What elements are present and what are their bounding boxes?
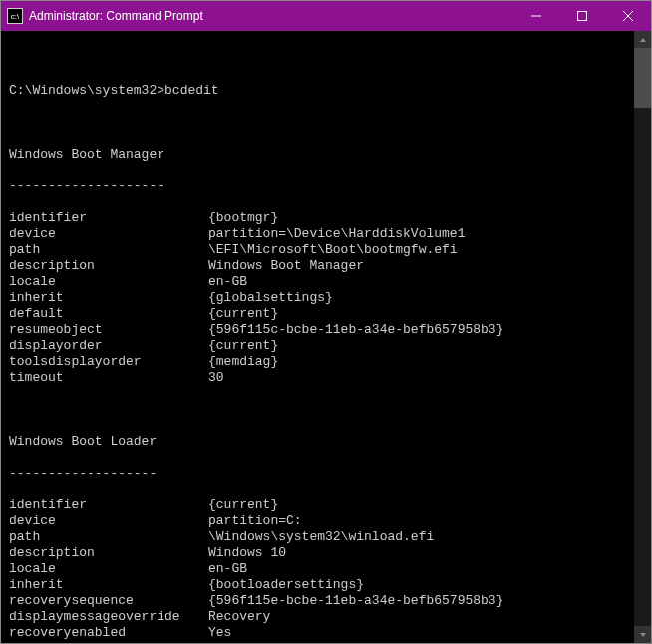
output-key: path bbox=[9, 242, 208, 258]
output-value: Yes bbox=[208, 641, 231, 643]
output-row: recoverysequence{596f115e-bcbe-11eb-a34e… bbox=[9, 593, 626, 609]
output-key: displayorder bbox=[9, 338, 208, 354]
section-title: Windows Boot Loader bbox=[9, 434, 626, 450]
output-value: {current} bbox=[208, 338, 278, 354]
output-value: {596f115c-bcbe-11eb-a34e-befb657958b3} bbox=[208, 322, 503, 338]
output-value: {globalsettings} bbox=[208, 290, 333, 306]
command-text: bcdedit bbox=[164, 83, 219, 99]
svg-rect-1 bbox=[578, 12, 587, 21]
prompt: C:\Windows\system32> bbox=[9, 83, 164, 99]
output-key: recoveryenabled bbox=[9, 625, 208, 641]
output-key: resumeobject bbox=[9, 322, 208, 338]
output-key: displaymessageoverride bbox=[9, 609, 208, 625]
output-row: recoveryenabledYes bbox=[9, 625, 626, 641]
blank-line bbox=[9, 51, 626, 67]
window-controls bbox=[513, 1, 651, 31]
output-row: localeen-GB bbox=[9, 561, 626, 577]
maximize-button[interactable] bbox=[559, 1, 605, 31]
output-key: default bbox=[9, 306, 208, 322]
output-value: {memdiag} bbox=[208, 354, 278, 370]
output-key: inherit bbox=[9, 290, 208, 306]
window-title: Administrator: Command Prompt bbox=[29, 9, 513, 23]
output-row: inherit{bootloadersettings} bbox=[9, 577, 626, 593]
output-row: descriptionWindows Boot Manager bbox=[9, 258, 626, 274]
titlebar[interactable]: c:\ Administrator: Command Prompt bbox=[1, 1, 651, 31]
output-row: timeout30 bbox=[9, 370, 626, 386]
output-key: inherit bbox=[9, 577, 208, 593]
output-value: partition=C: bbox=[208, 513, 302, 529]
output-row: localeen-GB bbox=[9, 274, 626, 290]
output-value: Windows 10 bbox=[208, 545, 286, 561]
output-value: {current} bbox=[208, 497, 278, 513]
scroll-up-button[interactable] bbox=[634, 31, 651, 48]
output-value: {bootloadersettings} bbox=[208, 577, 364, 593]
output-key: isolatedcontext bbox=[9, 641, 208, 643]
output-row: devicepartition=\Device\HarddiskVolume1 bbox=[9, 226, 626, 242]
output-row: descriptionWindows 10 bbox=[9, 545, 626, 561]
output-row: toolsdisplayorder{memdiag} bbox=[9, 354, 626, 370]
output-value: {current} bbox=[208, 306, 278, 322]
prompt-line: C:\Windows\system32>bcdedit bbox=[9, 83, 626, 99]
output-value: {596f115e-bcbe-11eb-a34e-befb657958b3} bbox=[208, 593, 503, 609]
output-row: identifier{bootmgr} bbox=[9, 210, 626, 226]
output-key: toolsdisplayorder bbox=[9, 354, 208, 370]
scroll-down-button[interactable] bbox=[634, 626, 651, 643]
terminal-output[interactable]: C:\Windows\system32>bcdedit Windows Boot… bbox=[1, 31, 634, 643]
output-value: {bootmgr} bbox=[208, 210, 278, 226]
output-key: description bbox=[9, 258, 208, 274]
output-row: identifier{current} bbox=[9, 497, 626, 513]
output-value: Recovery bbox=[208, 609, 270, 625]
output-key: recoverysequence bbox=[9, 593, 208, 609]
svg-marker-4 bbox=[640, 38, 646, 42]
section-title: Windows Boot Manager bbox=[9, 147, 626, 162]
minimize-button[interactable] bbox=[513, 1, 559, 31]
terminal-container: C:\Windows\system32>bcdedit Windows Boot… bbox=[1, 31, 651, 643]
cmd-icon: c:\ bbox=[7, 8, 23, 24]
output-row: displaymessageoverrideRecovery bbox=[9, 609, 626, 625]
blank-line bbox=[9, 402, 626, 418]
output-key: locale bbox=[9, 561, 208, 577]
output-row: isolatedcontextYes bbox=[9, 641, 626, 643]
output-value: en-GB bbox=[208, 274, 247, 290]
output-row: displayorder{current} bbox=[9, 338, 626, 354]
output-value: en-GB bbox=[208, 561, 247, 577]
output-row: devicepartition=C: bbox=[9, 513, 626, 529]
svg-marker-5 bbox=[640, 633, 646, 637]
blank-line bbox=[9, 115, 626, 131]
output-value: \EFI\Microsoft\Boot\bootmgfw.efi bbox=[208, 242, 458, 258]
output-key: description bbox=[9, 545, 208, 561]
output-row: path\EFI\Microsoft\Boot\bootmgfw.efi bbox=[9, 242, 626, 258]
output-value: \Windows\system32\winload.efi bbox=[208, 529, 434, 545]
output-value: Windows Boot Manager bbox=[208, 258, 364, 274]
section-separator: -------------------- bbox=[9, 178, 626, 194]
output-key: timeout bbox=[9, 370, 208, 386]
output-key: locale bbox=[9, 274, 208, 290]
output-value: 30 bbox=[208, 370, 224, 386]
output-value: partition=\Device\HarddiskVolume1 bbox=[208, 226, 465, 242]
output-row: resumeobject{596f115c-bcbe-11eb-a34e-bef… bbox=[9, 322, 626, 338]
scrollbar[interactable] bbox=[634, 31, 651, 643]
output-key: path bbox=[9, 529, 208, 545]
output-key: identifier bbox=[9, 210, 208, 226]
output-key: device bbox=[9, 226, 208, 242]
close-button[interactable] bbox=[605, 1, 651, 31]
output-value: Yes bbox=[208, 625, 231, 641]
scroll-thumb[interactable] bbox=[634, 48, 651, 108]
output-row: path\Windows\system32\winload.efi bbox=[9, 529, 626, 545]
section-separator: ------------------- bbox=[9, 466, 626, 482]
output-key: device bbox=[9, 513, 208, 529]
output-row: inherit{globalsettings} bbox=[9, 290, 626, 306]
output-key: identifier bbox=[9, 497, 208, 513]
output-row: default{current} bbox=[9, 306, 626, 322]
